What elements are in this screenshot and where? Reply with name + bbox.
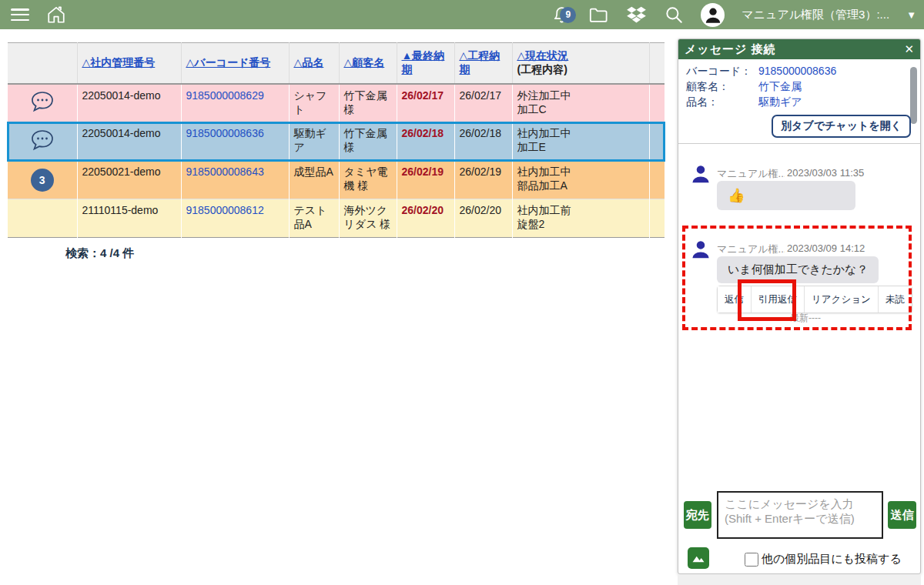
user-role-label[interactable]: マニュアル権限（管理3）:... — [742, 8, 889, 22]
recipient-button[interactable]: 宛先 — [684, 501, 711, 529]
latest-divider: ----最新---- — [678, 312, 920, 325]
post-to-other-items-row: 他の個別品目にも投稿する — [745, 552, 902, 567]
panel-divider — [678, 143, 920, 144]
cell-final-due: 26/02/20 — [402, 204, 444, 216]
chat-avatar-icon — [689, 162, 712, 186]
table-row[interactable]: 3 22050021-demo 9185000008643 成型品A タミヤ電機… — [8, 161, 665, 199]
cell-product: テスト品A — [289, 199, 339, 238]
column-sort-status[interactable]: △現在状況(工程内容) — [512, 43, 649, 84]
top-app-bar: 9 マニュアル権限（管理3）:... ▼ — [0, 0, 924, 29]
cell-barcode-link[interactable]: 9185000008612 — [186, 204, 264, 216]
cell-mgmt-no: 21110115-demo — [77, 199, 181, 238]
cell-process-due: 26/02/17 — [454, 84, 512, 122]
cell-mgmt-no: 22050014-demo — [77, 84, 181, 122]
orders-table: △社内管理番号 △バーコード番号 △品名 △顧客名 ▲最終納期 △工程納期 △現… — [8, 42, 665, 238]
notification-count-badge: 9 — [560, 7, 576, 23]
message-panel-titlebar[interactable]: メッセージ 接続 ✕ — [678, 39, 920, 59]
info-customer-value: 竹下金属 — [758, 80, 802, 92]
cell-final-due: 26/02/19 — [402, 165, 444, 178]
cell-customer: タミヤ電機 様 — [339, 161, 397, 199]
chevron-down-icon[interactable]: ▼ — [906, 9, 916, 21]
send-button[interactable]: 送信 — [888, 501, 916, 529]
cell-barcode-link[interactable]: 9185000008629 — [186, 89, 264, 102]
message-sender: マニュアル権... — [717, 242, 785, 256]
open-chat-new-tab-button[interactable]: 別タブでチャットを開く — [772, 115, 911, 138]
unread-button[interactable]: 未読 — [878, 286, 912, 313]
cell-status: 社内加工前旋盤2 — [512, 199, 649, 238]
notifications-bell-icon[interactable]: 9 — [552, 5, 571, 25]
info-product-row: 品名：駆動ギア — [686, 95, 802, 109]
cell-final-due: 26/02/18 — [402, 127, 444, 139]
cell-customer: 竹下金属 様 — [339, 122, 397, 161]
cell-status: 外注加工中加工C — [512, 84, 649, 122]
cell-status: 社内加工中加工E — [512, 122, 649, 161]
info-customer-row: 顧客名：竹下金属 — [686, 80, 802, 94]
message-bubble: いま何個加工できたかな？ — [717, 256, 879, 283]
message-timestamp: 2023/03/09 14:12 — [787, 242, 865, 254]
message-panel: メッセージ 接続 ✕ バーコード：9185000008636 顧客名：竹下金属 … — [678, 38, 921, 574]
cell-mgmt-no: 22050021-demo — [77, 161, 181, 199]
reaction-button[interactable]: リアクション — [804, 286, 878, 313]
panel-scrollbar[interactable] — [910, 67, 917, 124]
chat-avatar-icon — [689, 238, 712, 261]
search-result-count: 検索：4 /4 件 — [65, 246, 134, 261]
column-sort-customer[interactable]: △顧客名 — [339, 43, 397, 84]
table-row[interactable]: 21110115-demo 9185000008612 テスト品A 海外ツクリダ… — [8, 199, 665, 238]
cell-mgmt-no: 22050014-demo — [77, 122, 181, 161]
reply-button[interactable]: 返信 — [718, 286, 751, 313]
message-input[interactable] — [717, 491, 883, 539]
table-row[interactable]: 22050014-demo 9185000008629 シャフト 竹下金属 様 … — [8, 84, 665, 122]
cell-process-due: 26/02/18 — [454, 122, 512, 161]
column-sort-process-due[interactable]: △工程納期 — [454, 43, 512, 84]
column-sort-product[interactable]: △品名 — [289, 43, 339, 84]
attach-image-icon[interactable] — [688, 547, 709, 569]
cell-product: シャフト — [289, 84, 339, 122]
cell-product: 駆動ギア — [289, 122, 339, 161]
quote-reply-button[interactable]: 引用返信 — [751, 286, 804, 313]
cell-customer: 竹下金属 様 — [339, 84, 397, 122]
cell-product: 成型品A — [289, 161, 339, 199]
chat-bubble-icon[interactable] — [29, 142, 55, 154]
search-icon[interactable] — [664, 5, 684, 25]
folder-icon[interactable] — [588, 5, 609, 25]
post-to-other-items-checkbox[interactable] — [745, 553, 758, 567]
post-to-other-items-label: 他の個別品目にも投稿する — [762, 552, 902, 567]
table-header-row: △社内管理番号 △バーコード番号 △品名 △顧客名 ▲最終納期 △工程納期 △現… — [8, 43, 665, 84]
menu-icon[interactable] — [11, 8, 29, 21]
dropbox-icon[interactable] — [626, 5, 647, 25]
message-sender: マニュアル権... — [717, 167, 785, 181]
cell-process-due: 26/02/20 — [454, 199, 512, 238]
table-row-selected[interactable]: 22050014-demo 9185000008636 駆動ギア 竹下金属 様 … — [8, 122, 665, 161]
page-background-strip — [678, 574, 921, 585]
message-actions-bar: 返信 引用返信 リアクション 未読 — [717, 286, 912, 313]
cell-process-due: 26/02/19 — [454, 161, 512, 199]
panel-title: メッセージ 接続 — [685, 42, 776, 57]
unread-count-badge[interactable]: 3 — [31, 169, 54, 192]
message-timestamp: 2023/03/03 11:35 — [787, 167, 864, 179]
message-bubble: 👍 — [717, 181, 855, 210]
close-icon[interactable]: ✕ — [904, 42, 914, 56]
column-sort-barcode[interactable]: △バーコード番号 — [181, 43, 289, 84]
info-product-value: 駆動ギア — [758, 95, 802, 108]
column-sort-final-due[interactable]: ▲最終納期 — [397, 43, 454, 84]
column-extra — [649, 43, 665, 84]
info-barcode-value: 9185000008636 — [758, 65, 836, 77]
user-avatar[interactable] — [701, 3, 725, 27]
home-icon[interactable] — [46, 5, 66, 25]
chat-bubble-icon[interactable] — [29, 103, 55, 115]
column-sort-mgmt-no[interactable]: △社内管理番号 — [77, 43, 181, 84]
column-icon — [8, 43, 77, 84]
cell-status: 社内加工中部品加工A — [512, 161, 649, 199]
info-barcode-row: バーコード：9185000008636 — [686, 65, 836, 79]
cell-barcode-link[interactable]: 9185000008636 — [186, 127, 264, 139]
cell-final-due: 26/02/17 — [402, 89, 444, 102]
cell-customer: 海外ツクリダス 様 — [339, 199, 397, 238]
cell-barcode-link[interactable]: 9185000008643 — [186, 165, 264, 178]
